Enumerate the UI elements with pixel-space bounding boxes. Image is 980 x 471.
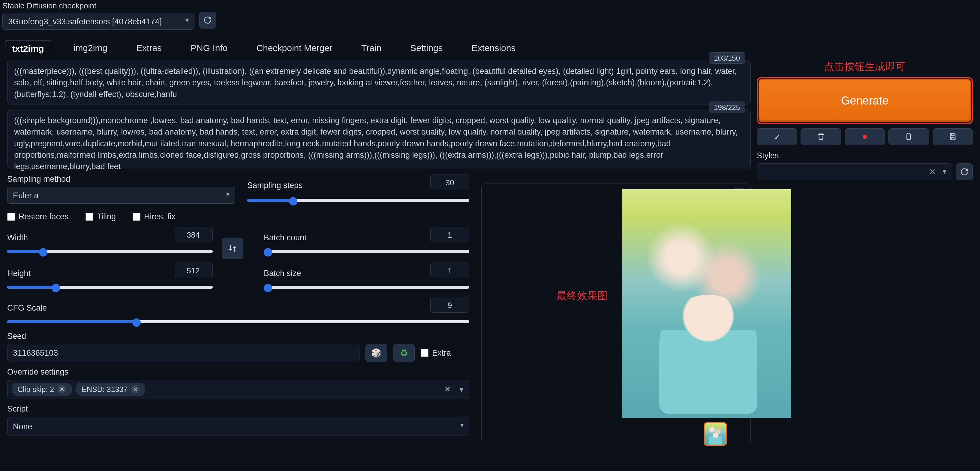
clear-icon[interactable]: ✕: [444, 385, 451, 394]
annotation-result: 最终效果图: [557, 289, 608, 303]
seed-label: Seed: [7, 332, 469, 341]
checkpoint-value: 3Guofeng3_v33.safetensors [4078eb4174]: [8, 17, 162, 26]
cfg-value[interactable]: 9: [430, 297, 469, 313]
tab-txt2img[interactable]: txt2img: [5, 40, 51, 57]
prompt-text: (((masterpiece))), (((best quality))), (…: [14, 67, 737, 99]
arrow-in-button[interactable]: ↙: [757, 128, 797, 145]
height-slider[interactable]: [7, 283, 213, 292]
svg-rect-0: [907, 134, 911, 140]
script-label: Script: [7, 404, 469, 414]
close-icon[interactable]: ✕: [57, 385, 66, 393]
chevron-down-icon: ▾: [460, 385, 464, 394]
close-icon[interactable]: ✕: [131, 385, 140, 393]
hiresfix-checkbox[interactable]: Hires. fix: [133, 212, 175, 221]
save-button[interactable]: [932, 128, 973, 145]
negative-prompt-counter: 198/225: [709, 102, 745, 113]
tab-img2img[interactable]: img2img: [67, 40, 114, 57]
sampling-steps-label: Sampling steps: [247, 181, 303, 190]
checkpoint-select[interactable]: 3Guofeng3_v33.safetensors [4078eb4174] ▾: [2, 13, 194, 30]
styles-label: Styles: [757, 151, 973, 160]
chevron-down-icon: ▾: [460, 416, 464, 435]
negative-prompt-text: (((simple background))),monochrome ,lowr…: [14, 116, 738, 171]
script-select[interactable]: None ▾: [7, 417, 469, 436]
annotation-top: 点击按钮生成即可: [757, 60, 973, 73]
tab-train[interactable]: Train: [355, 40, 388, 57]
batch-count-label: Batch count: [264, 233, 307, 243]
cfg-slider[interactable]: [7, 317, 469, 326]
width-slider[interactable]: [7, 247, 213, 256]
tab-bar: txt2img img2img Extras PNG Info Checkpoi…: [5, 40, 978, 57]
sampling-steps-slider[interactable]: [247, 196, 469, 205]
width-label: Width: [7, 233, 28, 243]
tab-pnginfo[interactable]: PNG Info: [184, 40, 234, 57]
batch-size-value[interactable]: 1: [430, 263, 469, 278]
clipboard-button[interactable]: [888, 128, 929, 145]
restore-faces-checkbox[interactable]: Restore faces: [7, 212, 69, 221]
generated-image[interactable]: [622, 189, 791, 418]
reload-styles-button[interactable]: [956, 163, 973, 180]
negative-prompt-textarea[interactable]: 198/225 (((simple background))),monochro…: [7, 109, 751, 169]
chevron-down-icon: ▾: [226, 186, 229, 203]
random-seed-button[interactable]: 🎲: [366, 344, 387, 362]
override-tag-clipskip[interactable]: Clip skip: 2✕: [12, 383, 72, 396]
tab-checkpoint-merger[interactable]: Checkpoint Merger: [250, 40, 339, 57]
swap-dimensions-button[interactable]: [222, 238, 243, 259]
clear-icon[interactable]: ✕: [929, 167, 936, 177]
output-panel: ✕ 最终效果图: [481, 184, 751, 444]
tab-extensions[interactable]: Extensions: [465, 40, 522, 57]
script-value: None: [13, 422, 32, 431]
override-settings[interactable]: Clip skip: 2✕ ENSD: 31337✕ ✕ ▾: [7, 380, 469, 399]
chevron-down-icon: ▾: [942, 166, 947, 176]
tab-settings[interactable]: Settings: [404, 40, 449, 57]
sampling-method-label: Sampling method: [7, 174, 235, 184]
output-thumbnail[interactable]: [704, 422, 727, 446]
batch-size-slider[interactable]: [264, 283, 469, 292]
tiling-checkbox[interactable]: Tiling: [86, 212, 116, 221]
prompt-counter: 103/150: [709, 52, 745, 64]
hiresfix-label: Hires. fix: [144, 212, 175, 221]
batch-count-value[interactable]: 1: [430, 227, 469, 243]
tiling-label: Tiling: [97, 212, 116, 221]
styles-select[interactable]: ✕ ▾: [757, 163, 952, 180]
reuse-seed-button[interactable]: ♻: [393, 344, 415, 362]
styles-button[interactable]: [845, 128, 885, 145]
trash-button[interactable]: [800, 128, 841, 145]
width-value[interactable]: 384: [174, 227, 213, 243]
sampling-method-value: Euler a: [13, 191, 39, 200]
cfg-label: CFG Scale: [7, 303, 47, 313]
sampling-steps-value[interactable]: 30: [430, 174, 469, 190]
checkpoint-label: Stable Diffusion checkpoint: [2, 1, 978, 11]
chevron-down-icon: ▾: [185, 12, 189, 29]
override-label: Override settings: [7, 367, 469, 377]
batch-count-slider[interactable]: [264, 247, 469, 256]
generate-highlight: Generate: [757, 77, 973, 124]
restore-faces-label: Restore faces: [19, 212, 69, 221]
seed-extra-label: Extra: [432, 348, 451, 358]
reload-checkpoint-button[interactable]: [199, 12, 216, 29]
seed-input[interactable]: [7, 344, 360, 362]
height-label: Height: [7, 269, 30, 278]
batch-size-label: Batch size: [264, 269, 301, 278]
prompt-textarea[interactable]: 103/150 (((masterpiece))), (((best quali…: [7, 60, 751, 105]
height-value[interactable]: 512: [174, 263, 213, 278]
tab-extras[interactable]: Extras: [130, 40, 168, 57]
sampling-method-select[interactable]: Euler a ▾: [7, 187, 235, 204]
generate-button[interactable]: Generate: [759, 79, 971, 122]
override-tag-ensd[interactable]: ENSD: 31337✕: [76, 383, 145, 396]
seed-extra-checkbox[interactable]: Extra: [421, 348, 451, 358]
